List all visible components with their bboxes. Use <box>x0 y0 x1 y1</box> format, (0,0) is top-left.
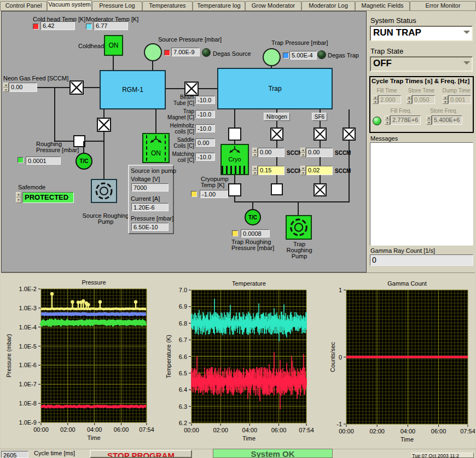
system-status-dropdown[interactable]: RUN TRAP <box>370 26 473 41</box>
svg-text:Temperature (K): Temperature (K) <box>165 335 172 378</box>
trap-pressure-value: 5.00E-4 <box>289 51 317 60</box>
cryo-label: Cryo <box>222 156 248 163</box>
matching-coil-value: -10.0 <box>195 153 215 161</box>
matching-coil-label: Matching coil [C] <box>167 151 194 163</box>
source-roughing-pump[interactable] <box>91 179 117 203</box>
rgm1-box: RGM-1 <box>100 70 166 109</box>
svg-text:06:00: 06:00 <box>431 428 446 434</box>
nitrogen-valve-icon[interactable] <box>270 127 283 141</box>
safemode-value[interactable]: PROTECTED <box>22 192 74 203</box>
source-thermocouple: T/C <box>76 153 92 170</box>
cryo-valve-open-icon[interactable] <box>228 127 241 141</box>
source-pressure-gauge-icon <box>144 43 162 61</box>
n2-set-spinner[interactable]: ▲▼ <box>252 148 258 157</box>
pump-icon <box>92 180 116 202</box>
helmholtz-coils-label: Helmholtz coils [C] <box>166 123 194 135</box>
svg-text:02:00: 02:00 <box>369 428 385 434</box>
trap-state-value: OFF <box>373 58 392 68</box>
neon-feed-spinner[interactable]: ▲▼ <box>3 83 9 92</box>
pipe <box>234 201 350 202</box>
source-pressure-label: Source Pressure [mbar] <box>158 36 222 43</box>
svg-text:Counts/sec: Counts/sec <box>329 341 336 372</box>
trap-box: Trap <box>217 68 333 109</box>
svg-text:06:00: 06:00 <box>271 427 287 433</box>
coldhead-on-button[interactable]: ON <box>104 35 123 56</box>
svg-text:6.5: 6.5 <box>179 370 187 376</box>
datetime-display: Tue 07 Oct 2003 11:2 <box>411 453 474 458</box>
tab-bar: Control Panel Vacuum system Pressure Log… <box>0 0 476 11</box>
saddle-coils-label: Saddle Coils [C] <box>167 137 194 149</box>
pump-icon <box>287 216 311 239</box>
trap-magnet-label: Trap Magnet [C] <box>167 108 194 120</box>
svg-text:Pressure (mbar): Pressure (mbar) <box>5 334 12 377</box>
fill-freq-spinner[interactable]: ▲▼ <box>385 115 390 125</box>
svg-text:07:54: 07:54 <box>299 427 314 433</box>
store-time-spinner[interactable]: ▲▼ <box>407 95 412 104</box>
tab-pressure-log[interactable]: Pressure Log <box>92 1 142 10</box>
chevron-down-icon <box>463 61 470 68</box>
svg-text:6.4: 6.4 <box>179 386 187 393</box>
ion-pump-voltage-value: 7000 <box>131 183 169 192</box>
tab-temperatures[interactable]: Temperatures <box>142 1 193 10</box>
tab-grow-moderator[interactable]: Grow Moderator <box>245 1 301 10</box>
cold-head-led <box>33 24 39 30</box>
n2-act-value[interactable]: 0.15 <box>258 166 285 175</box>
n2-set-value[interactable]: 0.00 <box>258 148 285 157</box>
svg-text:6.3: 6.3 <box>179 403 187 410</box>
tab-magnetic-fields[interactable]: Magnetic Fields <box>355 1 410 10</box>
svg-text:6.7: 6.7 <box>179 337 187 343</box>
vacuum-system-window: Control Panel Vacuum system Pressure Log… <box>0 0 476 458</box>
safemode-spinner[interactable]: ▲▼ <box>16 192 21 203</box>
cryo-pump[interactable]: Cryo <box>220 144 249 175</box>
store-freq-spinner[interactable]: ▲▼ <box>426 115 432 125</box>
cycle-box-title: Cycle Trap Times [s] & Freq. [Hz] <box>371 78 469 84</box>
sf6-set-value[interactable]: 0.00 <box>306 148 333 157</box>
dump-time-label: Dump Time <box>440 88 472 94</box>
degas-trap-led[interactable] <box>317 50 326 59</box>
sf6-set-spinner[interactable]: ▲▼ <box>300 148 306 157</box>
neon-feed-value[interactable]: 0.00 <box>9 83 37 92</box>
trap-roughing-pump[interactable] <box>286 215 312 240</box>
rgm-roughing-valve-icon[interactable] <box>97 118 111 132</box>
vent-valve-icon[interactable] <box>343 127 356 141</box>
sf6-roughing-valve-icon[interactable] <box>314 183 327 196</box>
svg-text:-1: -1 <box>336 421 342 427</box>
pipe <box>252 201 253 209</box>
sf6-valve-icon[interactable] <box>314 127 327 141</box>
store-time-value[interactable]: 0.050 <box>412 95 435 104</box>
stop-program-button[interactable]: STOP PROGRAM <box>90 450 192 458</box>
tab-error-monitor[interactable]: Error Monitor <box>410 1 476 10</box>
messages-listbox[interactable] <box>370 142 473 246</box>
trap-roughing-pressure-led <box>232 230 238 236</box>
dump-time-value[interactable]: 0.001 <box>448 95 471 104</box>
svg-text:1.0E-3: 1.0E-3 <box>19 305 37 311</box>
svg-text:Time: Time <box>400 436 414 443</box>
n2-roughing-valve-open-icon[interactable] <box>271 183 283 195</box>
tab-control-panel[interactable]: Control Panel <box>0 1 47 10</box>
pipe <box>37 87 100 88</box>
n2-act-spinner[interactable]: ▲▼ <box>252 166 258 175</box>
fill-time-spinner[interactable]: ▲▼ <box>373 95 378 104</box>
ion-pump-state: ON <box>143 149 169 157</box>
tab-moderator-log[interactable]: Moderator Log <box>301 1 355 10</box>
saddle-coils-value: 0.00 <box>195 138 215 147</box>
fill-freq-value[interactable]: 2.778E+6 <box>390 115 421 125</box>
svg-text:02:00: 02:00 <box>60 426 76 433</box>
svg-text:07:54: 07:54 <box>139 426 154 433</box>
tab-temperature-log[interactable]: Temperature log <box>193 1 245 10</box>
cryo-roughing-valve-open-icon[interactable] <box>228 183 241 196</box>
roughing-pressure-label: Roughing Pressure [mbar] <box>36 141 80 153</box>
dump-time-spinner[interactable]: ▲▼ <box>443 95 448 104</box>
trap-state-dropdown[interactable]: OFF <box>370 56 473 72</box>
moderator-temp-value: 6.77 <box>94 21 128 30</box>
svg-text:1.0E-6: 1.0E-6 <box>19 362 37 368</box>
sf6-act-value[interactable]: 0.02 <box>306 166 333 175</box>
neon-valve-icon[interactable] <box>69 80 84 95</box>
source-ion-pump-on-button[interactable]: ON <box>142 133 170 163</box>
fill-time-value[interactable]: 2.000 <box>378 95 401 104</box>
svg-text:04:00: 04:00 <box>87 426 102 433</box>
degas-source-led[interactable] <box>202 48 211 57</box>
tab-vacuum-system[interactable]: Vacuum system <box>47 0 92 10</box>
store-freq-value[interactable]: 5.400E+6 <box>432 115 462 125</box>
sf6-act-spinner[interactable]: ▲▼ <box>300 166 306 175</box>
